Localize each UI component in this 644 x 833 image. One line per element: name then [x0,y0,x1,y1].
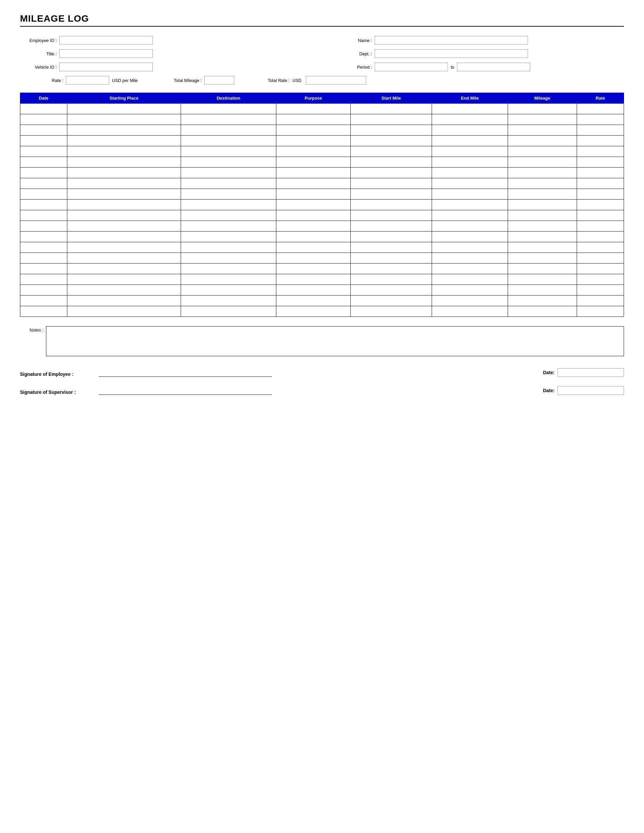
dept-group: Dept. : [335,49,624,58]
table-cell [276,167,350,178]
table-cell [432,167,508,178]
col-start-mile: Start Mile [350,93,432,104]
table-cell [276,296,350,306]
total-rate-input[interactable] [306,76,366,85]
employee-id-input[interactable] [60,36,153,45]
table-cell [67,242,181,253]
table-cell [67,274,181,285]
table-cell [508,242,577,253]
table-cell [432,306,508,317]
table-row [20,167,624,178]
table-cell [181,285,276,296]
table-cell [276,125,350,136]
table-cell [181,114,276,125]
table-cell [577,114,624,125]
signature-section: Signature of Employee : Date: Signature … [20,368,624,395]
notes-textarea[interactable] [46,326,624,356]
notes-label: Notes : [20,326,43,333]
table-cell [181,210,276,221]
title-input[interactable] [60,49,153,58]
table-row [20,114,624,125]
table-cell [20,157,67,167]
table-cell [432,199,508,210]
usd-per-mile-text: USD per Mile [112,78,138,83]
period-group: Period : to [335,63,624,71]
period-to-input[interactable] [457,63,530,71]
table-cell [67,146,181,157]
table-row [20,242,624,253]
table-cell [508,167,577,178]
table-cell [350,285,432,296]
rate-input[interactable] [66,76,109,85]
table-cell [276,285,350,296]
table-cell [20,104,67,114]
table-cell [508,146,577,157]
supervisor-date-label: Date: [543,388,555,393]
title-label: Title : [20,51,57,56]
page-title: MILEAGE LOG [20,13,624,24]
table-cell [577,264,624,274]
table-cell [276,146,350,157]
table-cell [276,242,350,253]
vehicle-id-group: Vehicle ID : [20,63,309,71]
table-cell [432,178,508,189]
total-mileage-input[interactable] [204,76,234,85]
table-row [20,221,624,232]
table-cell [67,136,181,146]
table-cell [350,242,432,253]
col-purpose: Purpose [276,93,350,104]
table-cell [432,285,508,296]
table-cell [20,242,67,253]
title-divider [20,26,624,27]
period-from-input[interactable] [375,63,448,71]
table-cell [350,104,432,114]
table-cell [181,146,276,157]
vehicle-id-input[interactable] [60,63,153,71]
table-cell [432,189,508,199]
employee-id-label: Employee ID : [20,38,57,43]
employee-sig-line [99,370,272,377]
supervisor-sig-line [99,388,272,395]
table-cell [181,125,276,136]
table-cell [432,104,508,114]
table-cell [432,221,508,232]
col-starting-place: Starting Place [67,93,181,104]
table-cell [508,178,577,189]
employee-sig-label: Signature of Employee : [20,371,93,377]
table-cell [577,232,624,242]
supervisor-date-group: Date: [543,386,624,395]
table-cell [20,189,67,199]
table-row [20,210,624,221]
employee-date-group: Date: [543,368,624,377]
col-rate: Rate [577,93,624,104]
table-cell [276,189,350,199]
col-date: Date [20,93,67,104]
dept-input[interactable] [375,49,528,58]
table-row [20,264,624,274]
table-cell [350,136,432,146]
table-cell [577,296,624,306]
table-cell [432,114,508,125]
table-cell [67,264,181,274]
table-cell [350,167,432,178]
table-cell [20,114,67,125]
table-cell [20,274,67,285]
table-cell [508,136,577,146]
table-cell [432,157,508,167]
table-cell [577,157,624,167]
table-cell [20,210,67,221]
table-cell [20,285,67,296]
total-rate-group: Total Rate : USD [268,76,366,85]
supervisor-date-input[interactable] [557,386,624,395]
employee-date-input[interactable] [557,368,624,377]
name-input[interactable] [375,36,528,45]
total-mileage-group: Total Mileage : [174,76,234,85]
table-cell [181,221,276,232]
table-cell [577,199,624,210]
table-cell [432,125,508,136]
period-label: Period : [335,64,372,70]
table-cell [577,136,624,146]
table-cell [20,264,67,274]
table-cell [20,136,67,146]
table-cell [67,114,181,125]
